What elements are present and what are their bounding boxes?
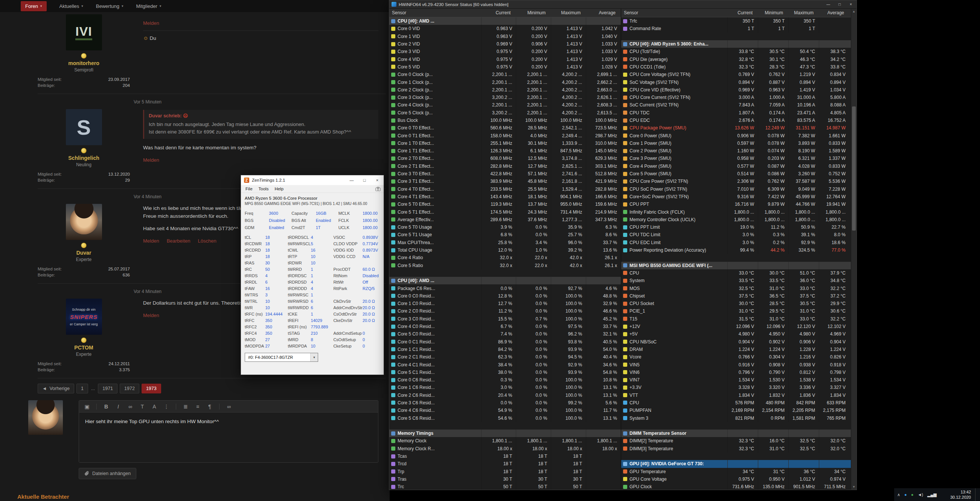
list-button[interactable]: ≣ [183, 404, 188, 410]
sensor-row[interactable]: System33.5 °C33.5 °C36.0 °C34.8 °C [621, 277, 851, 284]
quote-author[interactable]: Duvar schrieb: ☹ [149, 113, 374, 119]
sensor-row[interactable]: Power Reporting Deviation (Accuracy)99.4… [621, 246, 851, 254]
melden-link[interactable]: Melden [143, 157, 159, 163]
sensor-row[interactable]: VIN71.534 V1.530 V1.538 V1.534 V [621, 376, 851, 384]
sensor-row[interactable]: Core 0 VID0.963 V0.200 V1.413 V1.042 V [389, 25, 621, 32]
username-link[interactable]: PCTOM [74, 344, 93, 350]
sensor-row[interactable]: Core 2 Clock (p...2,200.1 ...2,200.1 ...… [389, 86, 621, 94]
sensor-row[interactable]: Core 1 C1 Resid...84.2 %0.0 %93.9 %54.0 … [389, 346, 621, 353]
sensor-row[interactable]: Tras30 T30 T30 T [389, 476, 621, 483]
nav-item-foren[interactable]: Foren▾ [21, 1, 47, 11]
sensor-row[interactable]: Core 2 VID0.969 V0.906 V1.413 V1.033 V [389, 40, 621, 48]
sensor-row[interactable]: GPU Clock731.6 MHz135.0 MHz901.5 MHz711.… [621, 483, 851, 490]
melden-link[interactable]: Melden [143, 238, 159, 244]
sensor-row[interactable]: VTT1.834 V1.832 V1.836 V1.834 V [621, 392, 851, 399]
sensor-row[interactable]: SoC Current (SVI2 TFN)7.843 A7.059 A10.1… [621, 101, 851, 109]
sensor-section-row[interactable]: MSI MPG B550 GAMING EDGE WIFI (... [621, 262, 851, 269]
melden-link[interactable]: Melden [143, 20, 159, 26]
sensor-row[interactable]: Chipset37.5 °C36.5 °C37.5 °C37.2 °C [621, 292, 851, 300]
italic-button[interactable]: I [116, 404, 121, 410]
sensor-row[interactable]: Trp18 T18 T18 T [389, 468, 621, 476]
avatar[interactable]: IVI [66, 14, 102, 51]
sensor-section-row[interactable]: CPU [#0]: AMD ... [389, 277, 621, 284]
sensor-row[interactable]: DIMM[2] Temperature32.3 °C16.0 °C32.5 °C… [621, 437, 851, 445]
sensor-row[interactable]: GPU Core Voltage0.975 V0.950 V1.012 V0.9… [621, 476, 851, 483]
sensor-row[interactable]: CPU SoC Power (SVI2 TFN)7.010 W6.309 W9.… [621, 185, 851, 193]
sensor-row[interactable]: Core 3 C6 Resid...0.0 %0.0 %99.2 %5.6 % [389, 399, 621, 407]
sensor-row[interactable]: Total CPU Usage12.0 %1.0 %39.2 %13.6 % [389, 246, 621, 254]
sensor-row[interactable]: Core 3 Power (SMU)0.958 W0.203 W6.321 W1… [621, 155, 851, 162]
sensor-row[interactable]: Package C6 Res...0.0 %0.0 %92.7 %4.6 % [389, 284, 621, 292]
sensor-row[interactable]: Command Rate1 T1 T1 T [621, 25, 851, 32]
sensor-row[interactable]: Core 2 C0 Resid...11.2 %0.0 %100.0 %46.6… [389, 307, 621, 315]
avatar[interactable]: S [66, 109, 102, 145]
sensor-row[interactable]: Core 2 C1 Resid...62.3 %0.0 %94.5 %40.4 … [389, 353, 621, 361]
image-icon[interactable]: ▣ [84, 404, 90, 410]
current-user-avatar[interactable] [28, 400, 63, 435]
sensor-row[interactable]: Core 0 C6 Resid...0.3 %0.0 %100.0 %10.8 … [389, 376, 621, 384]
sensor-row[interactable]: CPU Die (average)32.8 °C30.1 °C46.3 °C34… [621, 55, 851, 63]
sensor-section-row[interactable]: GPU [#0]: NVIDIA GeForce GT 730: [621, 460, 851, 468]
maximize-button[interactable]: □ [358, 175, 371, 185]
sensor-row[interactable]: Core 3 Clock (p...3,200.2 ...2,200.1 ...… [389, 94, 621, 101]
hwinfo-titlebar[interactable]: HWiNFO64 v6.29-4230 Sensor Status [60 va… [389, 0, 856, 9]
avatar[interactable] [66, 204, 102, 240]
sensor-row[interactable]: DIMM[3] Temperature32.3 °C31.0 °C32.5 °C… [621, 445, 851, 452]
sensor-row[interactable]: Core 5 C0 Resid...7.4 %0.0 %96.2 %32.1 % [389, 330, 621, 338]
antivirus-icon[interactable]: ● [911, 492, 914, 497]
page-button-1971[interactable]: 1971 [98, 384, 118, 393]
sensor-row[interactable]: Core 5 T1 Effect...174.5 MHz24.3 MHz731.… [389, 208, 621, 216]
sensor-row[interactable]: Core 2 T1 Effect...282.8 MHz12.7 MHz2,62… [389, 162, 621, 170]
sensor-row[interactable]: Core 1 VID0.963 V0.200 V1.413 V1.040 V [389, 33, 621, 40]
sensor-row[interactable]: Bus Clock100.0 MHz100.0 MHz100.0 MHz100.… [389, 117, 621, 124]
sensor-row[interactable]: CPU TDC1.807 A0.174 A23.471 A4.805 A [621, 109, 851, 117]
sensor-row[interactable]: T1531.5 °C31.0 °C33.0 °C32.2 °C [621, 315, 851, 323]
sensor-row[interactable]: Memory Controller Clock (UCLK)1,800.0 ..… [621, 216, 851, 224]
sensor-section-row[interactable]: CPU [#0]: AMD ... [389, 17, 621, 25]
sensor-row[interactable]: CPU Socket30.0 °C28.5 °C30.5 °C29.9 °C [621, 300, 851, 307]
nav-item-bewertung[interactable]: Bewertung▾ [96, 3, 124, 9]
löschen-link[interactable]: Löschen [198, 238, 216, 244]
avatar[interactable]: Schnapp dir einSNIPERSer Camper ist verg [66, 299, 102, 335]
sensor-row[interactable]: Core 4 VID0.975 V0.200 V1.413 V1.029 V [389, 55, 621, 63]
page-button-1[interactable]: 1 [76, 384, 88, 393]
sensor-row[interactable]: Core 0 Power (SMU)0.906 W0.078 W7.382 W1… [621, 132, 851, 139]
sensor-row[interactable]: Max CPU/Threa...25.8 %3.4 %96.0 %33.7 % [389, 239, 621, 246]
minimize-button[interactable]: — [822, 0, 834, 8]
network-icon[interactable]: ▂▄▆ [927, 492, 937, 497]
sensor-row[interactable]: Core 5 Power (SMU)0.514 W0.086 W3.260 W0… [621, 170, 851, 178]
menu-file[interactable]: File [242, 187, 256, 191]
sensor-row[interactable]: Core 3 C0 Resid...15.5 %0.7 %100.0 %45.2… [389, 315, 621, 323]
minimize-button[interactable]: — [345, 175, 358, 185]
username-link[interactable]: Schlingelich [68, 155, 99, 161]
sensor-row[interactable]: Core 3 VID0.975 V0.200 V1.413 V1.033 V [389, 48, 621, 55]
paragraph-button[interactable]: ¶ [207, 404, 212, 410]
menu-tools[interactable]: Tools [256, 187, 272, 191]
sensor-row[interactable]: CPU TDC Limit3.0 %0.3 %39.1 %8.0 % [621, 231, 851, 238]
sensor-row[interactable]: CPU (Tctl/Tdie)33.8 °C30.5 °C50.4 °C38.3… [621, 48, 851, 55]
sensor-row[interactable]: Core 4 C1 Resid...38.4 %0.0 %92.9 %34.6 … [389, 361, 621, 368]
sensor-row[interactable]: Memory Clock R...18.00 x18.00 x18.00 x18… [389, 445, 621, 452]
sensor-row[interactable]: Core 5 C1 Resid...38.0 %0.0 %93.9 %54.8 … [389, 369, 621, 376]
sensor-row[interactable]: CPU PPT Limit19.0 %11.2 %50.9 %22.7 % [621, 224, 851, 231]
sensor-row[interactable]: CPU EDC2.676 A0.174 A83.575 A16.752 A [621, 117, 851, 124]
sensor-row[interactable]: PCIE_131.0 °C29.5 °C31.0 °C30.6 °C [621, 307, 851, 315]
sensor-row[interactable]: Vcore0.766 V0.304 V1.216 V0.826 V [621, 353, 851, 361]
sensor-row[interactable]: Core 5 T0 Effect...119.3 MHz13.7 MHz955.… [389, 200, 621, 208]
sensor-section-row[interactable]: DIMM Temperature Sensor [621, 430, 851, 437]
sensor-row[interactable]: VIN60.796 V0.790 V0.812 V0.798 V [621, 369, 851, 376]
sensor-row[interactable]: Average Effectiv...289.6 MHz37.6 MHz1,27… [389, 216, 621, 224]
username-link[interactable]: Duvar [76, 250, 91, 256]
sensor-row[interactable]: Core 1 Power (SMU)0.597 W0.078 W3.893 W0… [621, 140, 851, 147]
sensor-row[interactable]: Core 2 C6 Resid...20.4 %0.0 %100.0 %13.1… [389, 392, 621, 399]
sensor-row[interactable]: DRAM1.224 V1.224 V1.228 V1.224 V [621, 346, 851, 353]
volume-icon[interactable]: ◄) [918, 492, 923, 497]
sensor-row[interactable]: Trfc350 T350 T350 T [621, 17, 851, 25]
sensor-row[interactable]: MOS32.5 °C31.0 °C33.0 °C32.2 °C [621, 284, 851, 292]
sensor-row[interactable]: VIN50.916 V0.908 V0.938 V0.918 V [621, 361, 851, 368]
tray-expand-icon[interactable]: ∧ [897, 492, 900, 497]
scroll-up-icon[interactable]: ▲ [851, 9, 856, 14]
sensor-row[interactable]: CPU CCD1 (Tdie)32.3 °C28.3 °C47.3 °C33.8… [621, 63, 851, 71]
sensor-row[interactable]: Tcas18 T18 T18 T [389, 452, 621, 460]
sensor-row[interactable]: CPU Core Power (SVI2 TFN)2.306 W0.762 W3… [621, 178, 851, 185]
